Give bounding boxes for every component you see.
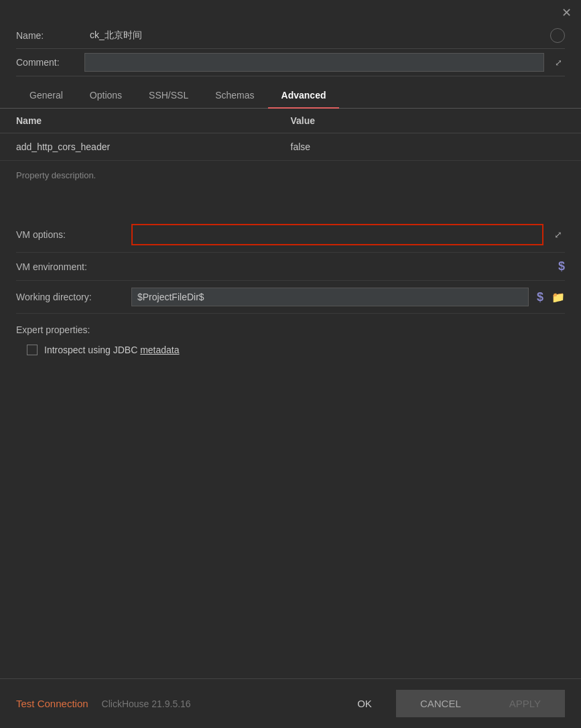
comment-row: Comment: ⤢ (0, 49, 581, 76)
footer-buttons: OK CANCEL APPLY (333, 690, 565, 717)
vm-environment-label: VM environment: (16, 261, 123, 272)
col-value-header: Value (291, 115, 566, 126)
connection-version: ClickHouse 21.9.5.16 (102, 699, 191, 709)
tab-general[interactable]: General (16, 84, 76, 109)
tabs-bar: General Options SSH/SSL Schemas Advanced (0, 76, 581, 109)
working-directory-row: Working directory: $ 📁 (16, 281, 565, 314)
name-value: ck_北京时间 (84, 27, 542, 44)
working-directory-input[interactable] (131, 288, 529, 306)
comment-label: Comment: (16, 57, 76, 68)
vm-options-input[interactable] (131, 224, 543, 245)
footer: Test Connection ClickHouse 21.9.5.16 OK … (0, 678, 581, 728)
comment-input[interactable] (84, 53, 544, 72)
title-bar: ✕ (0, 0, 581, 23)
cancel-button[interactable]: CANCEL (396, 690, 485, 717)
close-button[interactable]: ✕ (562, 7, 572, 19)
tab-sshssl[interactable]: SSH/SSL (135, 84, 202, 109)
status-circle-icon (550, 28, 565, 43)
expert-properties-section: Expert properties: Introspect using JDBC… (0, 316, 581, 366)
vm-section: VM options: ⤢ VM environment: $ Working … (0, 215, 581, 316)
table-row[interactable]: add_http_cors_header false (0, 133, 581, 161)
tab-schemas[interactable]: Schemas (202, 84, 267, 109)
working-directory-label: Working directory: (16, 292, 123, 302)
col-name-header: Name (16, 115, 291, 126)
tab-options[interactable]: Options (76, 84, 135, 109)
comment-expand-button[interactable]: ⤢ (552, 56, 565, 69)
ok-button[interactable]: OK (333, 690, 396, 717)
row-name: add_http_cors_header (16, 141, 291, 152)
vm-environment-dollar-icon[interactable]: $ (558, 259, 565, 274)
vm-options-row: VM options: ⤢ (16, 217, 565, 253)
name-row: Name: ck_北京时间 (0, 23, 581, 48)
working-directory-folder-icon[interactable]: 📁 (552, 291, 565, 304)
table-header: Name Value (0, 109, 581, 133)
working-directory-dollar-icon[interactable]: $ (537, 290, 543, 304)
test-connection-button[interactable]: Test Connection (16, 698, 88, 709)
apply-button[interactable]: APPLY (485, 690, 565, 717)
property-description: Property description. (0, 161, 581, 215)
tab-advanced[interactable]: Advanced (268, 84, 340, 109)
vm-options-expand-button[interactable]: ⤢ (552, 228, 565, 241)
row-value: false (291, 141, 566, 152)
vm-environment-row: VM environment: $ (16, 253, 565, 281)
vm-options-label: VM options: (16, 229, 123, 240)
jdbc-label-text: Introspect using JDBC (44, 345, 140, 355)
expert-properties-label: Expert properties: (16, 324, 565, 335)
name-label: Name: (16, 30, 76, 41)
jdbc-metadata-checkbox[interactable] (27, 345, 38, 355)
jdbc-metadata-row: Introspect using JDBC metadata (16, 342, 565, 358)
jdbc-metadata-label: Introspect using JDBC metadata (44, 345, 180, 355)
jdbc-metadata-underline: metadata (140, 345, 179, 355)
dialog: ✕ Name: ck_北京时间 Comment: ⤢ General Optio… (0, 0, 581, 728)
